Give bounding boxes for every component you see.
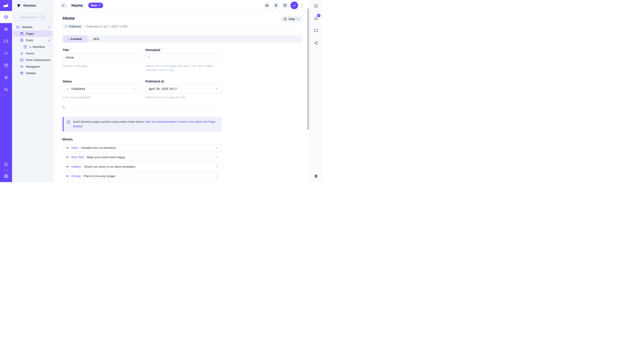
kanban-board-icon — [24, 45, 27, 49]
chevron-down-icon — [99, 5, 100, 6]
delete-button[interactable] — [272, 2, 280, 9]
insights-icon — [4, 51, 8, 56]
block-type-link[interactable]: Pricing: — [72, 174, 81, 178]
block-type-link[interactable]: Hero: — [72, 146, 79, 149]
module-search[interactable] — [0, 83, 12, 95]
published-at-value: April 7th, 2025 19:17 — [148, 87, 177, 91]
settings-gear-icon — [4, 75, 8, 80]
arrow-left-icon — [62, 4, 66, 8]
blocks-list: Hero: Headless but not brainless Rich Te… — [63, 144, 222, 182]
remove-block-icon[interactable] — [215, 174, 218, 178]
sidebar-item-label: Forms — [26, 52, 34, 55]
drag-handle-icon[interactable] — [66, 165, 69, 168]
block-title: Plans to fit every budget — [84, 174, 116, 178]
permalink-input[interactable] — [146, 53, 222, 62]
clear-icon[interactable] — [215, 87, 218, 90]
module-users[interactable] — [0, 23, 12, 35]
module-settings[interactable] — [0, 71, 12, 83]
right-sidebar: 2 — [310, 0, 322, 182]
module-files[interactable] — [0, 35, 12, 47]
folder-icon — [4, 39, 8, 44]
banner-text: Build dynamic pages quickly using ready-… — [73, 120, 218, 129]
preview-button[interactable] — [264, 2, 270, 9]
sidebar-item-navigation[interactable]: Navigation — [13, 63, 52, 70]
block-type-link[interactable]: Gallery: — [72, 165, 82, 168]
status-select[interactable]: Published — [63, 84, 139, 93]
revisions-panel-button[interactable] — [310, 170, 322, 182]
sidebar-item-form-submissions[interactable]: Form Submissions — [13, 57, 52, 63]
block-row-gallery[interactable]: Gallery: Check out some of our latest te… — [63, 163, 222, 170]
info-icon — [66, 120, 70, 124]
divider-field: ¶ — [63, 105, 302, 110]
blocks-label: Blocks — [63, 138, 73, 141]
archive-button[interactable] — [282, 2, 288, 9]
drag-handle-icon[interactable] — [66, 174, 69, 178]
module-content[interactable] — [0, 11, 12, 23]
user-avatar-icon — [4, 174, 8, 178]
users-icon — [4, 27, 8, 32]
title-input[interactable] — [63, 53, 139, 62]
block-type-link[interactable]: Rich Text: — [72, 155, 84, 159]
status-badge: Published — [63, 24, 83, 29]
comments-panel-button[interactable] — [310, 25, 322, 37]
published-at-label: Published At — [146, 80, 222, 83]
check-icon — [292, 3, 296, 8]
pilcrow-icon: ¶ — [63, 105, 65, 110]
status-value: Published — [72, 87, 85, 91]
more-options-button[interactable] — [300, 3, 304, 8]
user-menu-button[interactable] — [0, 171, 12, 182]
scrollbar-thumb[interactable] — [307, 8, 309, 130]
info-panel-button[interactable] — [310, 0, 322, 12]
block-row-pricing[interactable]: Pricing: Plans to fit every budget — [63, 172, 222, 180]
chevron-down-icon[interactable] — [48, 26, 50, 29]
chevron-down-icon — [132, 87, 136, 90]
sidebar-item-label: Pages — [26, 32, 34, 35]
version-badge[interactable]: Main — [88, 3, 104, 8]
module-bar — [0, 0, 12, 182]
header-divider — [63, 32, 302, 32]
drag-handle-icon[interactable] — [66, 155, 69, 159]
status-note: Is this page published? — [63, 95, 139, 99]
sidebar-item-label: Globals — [26, 72, 36, 75]
module-help[interactable] — [0, 59, 12, 71]
save-button[interactable] — [290, 2, 298, 9]
block-title: Headless but not brainless — [81, 146, 116, 149]
directus-rabbit-logo[interactable] — [0, 0, 12, 11]
sidebar-item-posts[interactable]: Posts — [13, 37, 52, 44]
notifications-bell-button[interactable] — [0, 159, 12, 169]
main-area: Home Main — [54, 0, 307, 182]
chevron-down-icon — [296, 18, 300, 21]
sidebar-item-globals[interactable]: Globals — [13, 70, 52, 76]
project-switcher[interactable]: Directus — [12, 0, 54, 11]
remove-block-icon[interactable] — [215, 155, 218, 159]
module-insights[interactable] — [0, 47, 12, 59]
drag-handle-icon[interactable] — [66, 146, 69, 149]
global-search-input[interactable]: Global Search ⌘K — [14, 14, 52, 21]
sidebar-item-pages[interactable]: Pages — [13, 31, 52, 37]
notifications-panel-button[interactable]: 2 — [310, 12, 322, 25]
sidebar-item-website[interactable]: Website — [13, 24, 52, 30]
sidebar-item-forms[interactable]: Forms — [13, 50, 52, 57]
tab-edited-dot — [68, 39, 69, 40]
field-permalink: Permalink✶ Unique URL for this page (sta… — [146, 48, 222, 72]
project-name: Directus — [24, 4, 36, 7]
remove-block-icon[interactable] — [215, 146, 218, 149]
help-icon — [4, 63, 8, 68]
published-at-input[interactable]: April 7th, 2025 19:17 — [146, 84, 222, 93]
module-bar-divider — [3, 170, 9, 170]
tab-content[interactable]: Content — [63, 35, 88, 43]
comment-icon — [314, 29, 318, 33]
permalink-label: Permalink✶ — [146, 48, 222, 52]
block-row-hero[interactable]: Hero: Headless but not brainless — [63, 144, 222, 152]
title-note: The title of this page. — [63, 64, 139, 68]
tab-seo[interactable]: SEO — [88, 35, 105, 43]
sidebar-item-label: Posts — [26, 39, 33, 42]
sidebar-item-workflow[interactable]: 1. Workflow — [13, 44, 52, 50]
help-button[interactable]: Help — [280, 16, 302, 22]
back-button[interactable] — [60, 2, 67, 9]
bell-icon — [4, 162, 8, 166]
remove-block-icon[interactable] — [215, 165, 218, 168]
block-row-rich-text[interactable]: Rich Text: Make your entire team happy — [63, 154, 222, 161]
chevron-down-icon[interactable] — [48, 39, 50, 42]
shares-panel-button[interactable] — [310, 37, 322, 49]
